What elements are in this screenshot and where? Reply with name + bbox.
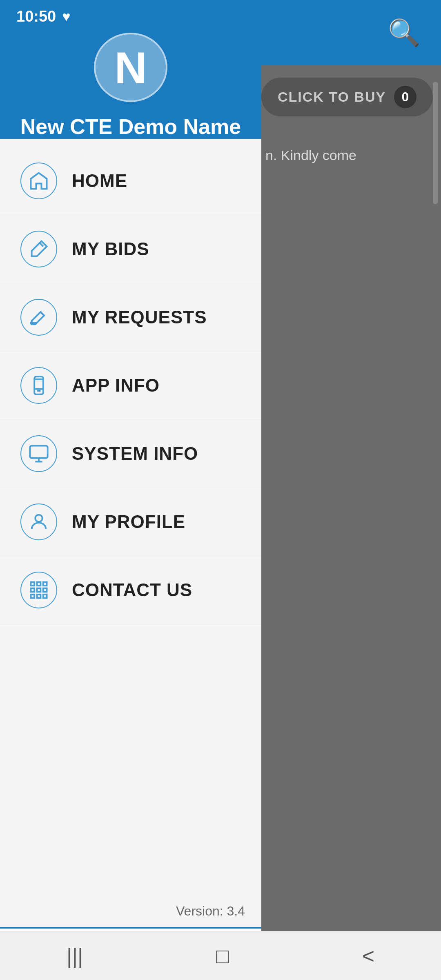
home-icon-circle bbox=[20, 163, 57, 199]
requests-icon-circle bbox=[20, 299, 57, 336]
sidebar-item-my-profile[interactable]: MY PROFILE bbox=[0, 488, 261, 556]
sidebar-item-system-info[interactable]: SYSTEM INFO bbox=[0, 420, 261, 488]
svg-rect-18 bbox=[43, 595, 47, 598]
svg-rect-0 bbox=[31, 323, 36, 323]
monitor-icon bbox=[28, 443, 49, 464]
svg-rect-11 bbox=[37, 582, 41, 586]
bids-icon-circle bbox=[20, 231, 57, 267]
my-requests-label: MY REQUESTS bbox=[72, 307, 207, 327]
home-label: HOME bbox=[72, 171, 127, 191]
app-info-icon-circle bbox=[20, 367, 57, 404]
search-icon[interactable]: 🔍 bbox=[388, 18, 421, 48]
svg-rect-6 bbox=[30, 446, 47, 458]
svg-rect-16 bbox=[31, 595, 35, 598]
click-to-buy-label: CLICK TO BUY bbox=[278, 89, 386, 105]
sidebar-item-my-requests[interactable]: MY REQUESTS bbox=[0, 283, 261, 352]
drawer: 10:50 ♥ N New CTE Demo Name HOME bbox=[0, 0, 261, 980]
person-icon bbox=[28, 511, 49, 532]
svg-rect-10 bbox=[31, 582, 35, 586]
sidebar-item-app-info[interactable]: APP INFO bbox=[0, 352, 261, 420]
nav-back-button[interactable]: < bbox=[354, 935, 383, 976]
status-bar: 10:50 ♥ bbox=[0, 0, 261, 33]
pencil-icon bbox=[28, 307, 49, 328]
app-info-label: APP INFO bbox=[72, 375, 160, 396]
status-time-group: 10:50 ♥ bbox=[16, 8, 70, 25]
sidebar-item-home[interactable]: HOME bbox=[0, 147, 261, 215]
drawer-menu: HOME MY BIDS MY REQUESTS bbox=[0, 139, 261, 895]
background-panel: 🔍 CLICK TO BUY 0 n. Kindly come bbox=[253, 0, 441, 980]
nav-menu-button[interactable]: ||| bbox=[58, 935, 91, 976]
system-info-icon-circle bbox=[20, 435, 57, 472]
system-info-label: SYSTEM INFO bbox=[72, 443, 198, 464]
svg-rect-13 bbox=[31, 588, 35, 592]
my-bids-label: MY BIDS bbox=[72, 239, 149, 259]
svg-line-1 bbox=[40, 312, 44, 316]
sidebar-item-my-bids[interactable]: MY BIDS bbox=[0, 215, 261, 283]
avatar: N bbox=[94, 33, 167, 102]
svg-rect-14 bbox=[37, 588, 41, 592]
scrollbar[interactable] bbox=[433, 82, 438, 204]
phone-icon bbox=[28, 375, 49, 396]
nav-home-button[interactable]: □ bbox=[208, 935, 237, 976]
time-display: 10:50 bbox=[16, 8, 56, 25]
svg-point-9 bbox=[35, 515, 42, 522]
username-label: New CTE Demo Name bbox=[20, 114, 241, 139]
bottom-nav: ||| □ < bbox=[0, 931, 441, 980]
avatar-letter: N bbox=[114, 42, 147, 94]
profile-icon-circle bbox=[20, 503, 57, 540]
svg-rect-15 bbox=[43, 588, 47, 592]
svg-rect-12 bbox=[43, 582, 47, 586]
right-panel-header: 🔍 bbox=[253, 0, 441, 65]
click-to-buy-button[interactable]: CLICK TO BUY 0 bbox=[261, 78, 433, 116]
my-profile-label: MY PROFILE bbox=[72, 512, 185, 532]
right-panel-body-text: n. Kindly come bbox=[253, 129, 441, 182]
contact-us-label: CONTACT US bbox=[72, 580, 192, 600]
grid-icon bbox=[28, 579, 49, 601]
contact-icon-circle bbox=[20, 572, 57, 608]
hammer-icon bbox=[28, 238, 49, 260]
svg-rect-17 bbox=[37, 595, 41, 598]
cart-badge: 0 bbox=[394, 86, 416, 108]
home-icon bbox=[28, 170, 49, 192]
heart-icon: ♥ bbox=[62, 9, 70, 24]
sidebar-item-contact-us[interactable]: CONTACT US bbox=[0, 556, 261, 624]
version-text: Version: 3.4 bbox=[0, 895, 261, 927]
